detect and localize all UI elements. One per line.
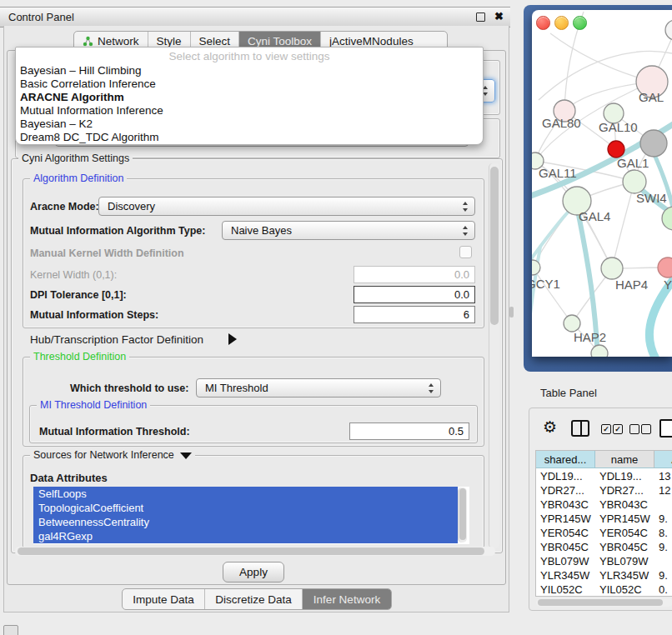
table-cell[interactable]: YIL052C [536, 582, 595, 597]
split-columns-icon[interactable] [571, 420, 589, 437]
collapsed-panel-icon[interactable] [3, 625, 18, 635]
unchecked-box-icon[interactable] [641, 424, 651, 434]
zoom-traffic-light[interactable] [573, 16, 587, 30]
unchecked-box-icon[interactable] [629, 424, 639, 434]
dpi-tolerance-label: DPI Tolerance [0,1]: [30, 289, 127, 301]
dpi-tolerance-field[interactable]: 0.0 [354, 286, 475, 303]
gear-icon[interactable]: ⚙ [543, 419, 557, 435]
table-cell[interactable]: YDL19... [536, 469, 595, 483]
settings-hscrollbar[interactable] [15, 547, 495, 556]
popup-item-aracne[interactable]: ARACNE Algorithm [16, 91, 483, 104]
table-cell[interactable]: YPR145W [536, 512, 595, 526]
column-header-partial[interactable]: A [654, 451, 672, 468]
node-label: GAL10 [599, 120, 638, 134]
checked-box-icon[interactable]: ✓ [613, 424, 623, 434]
table-cell[interactable]: 0. [654, 582, 672, 597]
table-cell[interactable]: YER054C [595, 526, 654, 540]
spinner-icon [463, 226, 469, 236]
node-table[interactable]: shared... name A YDL19... YDL19... 13 YD… [535, 450, 672, 597]
hub-definition-label: Hub/Transcription Factor Definition [30, 333, 203, 346]
node-gray[interactable] [640, 130, 667, 157]
collapse-arrow-icon[interactable] [180, 452, 192, 459]
checked-box-icon[interactable]: ✓ [601, 424, 611, 434]
spinner-icon [429, 383, 434, 393]
node-gal1[interactable] [623, 170, 646, 193]
splitpane-handle[interactable] [509, 307, 514, 318]
manual-kernel-checkbox[interactable] [459, 246, 472, 258]
sources-title: Sources for Network Inference [30, 449, 195, 461]
table-cell[interactable]: YPR145W [595, 512, 654, 526]
close-traffic-light[interactable] [536, 16, 550, 30]
minimize-traffic-light[interactable] [554, 16, 569, 30]
column-header-name[interactable]: name [595, 451, 654, 468]
tab-impute-data[interactable]: Impute Data [123, 589, 205, 609]
node-red[interactable] [608, 141, 624, 158]
table-cell[interactable]: YER054C [536, 526, 595, 540]
node-partial-top[interactable] [665, 20, 672, 40]
table-cell[interactable]: YBR045C [595, 540, 654, 554]
table-cell[interactable] [654, 554, 672, 568]
table-cell[interactable]: YBL079W [595, 554, 654, 568]
node-y-partial[interactable] [658, 258, 672, 278]
table-cell[interactable]: YDL19... [595, 469, 654, 483]
node-partial-bottom[interactable] [591, 345, 608, 357]
table-panel: ⚙ ✓ ✓ shared... name A YDL19... YDL19...… [529, 408, 672, 611]
expand-arrow-icon[interactable] [228, 333, 237, 345]
table-cell[interactable]: YBR045C [536, 540, 595, 554]
tab-discretize-data[interactable]: Discretize Data [205, 589, 303, 609]
which-threshold-combo[interactable]: MI Threshold [196, 378, 441, 398]
tab-infer-network[interactable]: Infer Network [303, 589, 391, 609]
table-cell[interactable]: 9. [654, 540, 672, 554]
table-cell[interactable]: YLR345W [536, 568, 595, 582]
node-hap4[interactable] [601, 258, 623, 279]
node-label: SWI4 [636, 191, 667, 205]
mi-threshold-label: Mutual Information Threshold: [39, 426, 190, 438]
float-window-icon[interactable] [476, 12, 485, 22]
kernel-width-field[interactable]: 0.0 [354, 266, 475, 283]
list-item-betweennesscentrality[interactable]: BetweennessCentrality [33, 515, 458, 529]
mi-type-combo[interactable]: Naive Bayes [222, 221, 475, 240]
network-canvas[interactable]: GAL GAL80 GAL10 GAL1 GAL11 SWI4 GAL4 GCY… [532, 10, 672, 357]
spinner-icon [483, 86, 489, 96]
table-cell[interactable]: YBR043C [536, 498, 595, 512]
table-cell[interactable]: YLR345W [595, 568, 654, 582]
mi-type-label: Mutual Information Algorithm Type: [30, 225, 205, 237]
network-view[interactable]: GAL GAL80 GAL10 GAL1 GAL11 SWI4 GAL4 GCY… [532, 10, 672, 357]
popup-item-bayesian-k2[interactable]: Bayesian – K2 [16, 118, 483, 131]
popup-item-mutual-information[interactable]: Mutual Information Inference [16, 104, 483, 118]
mi-threshold-field[interactable]: 0.5 [349, 422, 469, 440]
popup-item-basic-correlation[interactable]: Basic Correlation Inference [16, 78, 483, 91]
popup-item-bayesian-hill-climbing[interactable]: Bayesian – Hill Climbing [16, 64, 483, 78]
list-item-gal4rgexp[interactable]: gal4RGexp [33, 529, 458, 543]
settings-scrollbar[interactable] [489, 163, 499, 548]
document-icon[interactable] [659, 419, 672, 438]
table-cell[interactable]: YBR043C [595, 498, 654, 512]
close-window-icon[interactable]: ✖ [494, 10, 504, 22]
table-cell[interactable]: YBL079W [536, 554, 595, 568]
table-cell[interactable]: 12 [654, 483, 672, 498]
list-scrollbar[interactable] [458, 488, 467, 542]
table-cell[interactable] [654, 498, 672, 512]
table-cell[interactable]: YIL052C [595, 582, 654, 597]
column-header-shared[interactable]: shared... [536, 451, 595, 468]
table-cell[interactable]: 8. [654, 526, 672, 540]
table-cell[interactable]: 9. [654, 512, 672, 526]
apply-button[interactable]: Apply [223, 562, 284, 582]
list-item-selfloops[interactable]: SelfLoops [33, 487, 458, 501]
mi-steps-field[interactable]: 6 [354, 306, 475, 323]
table-cell[interactable]: YDR27... [536, 483, 595, 498]
mi-steps-label: Mutual Information Steps: [30, 309, 158, 321]
data-attributes-list[interactable]: SelfLoops TopologicalCoefficient Between… [33, 487, 469, 544]
node-hap2[interactable] [564, 315, 580, 332]
tab-network-label: Network [98, 35, 139, 48]
popup-item-dream8[interactable]: Dream8 DC_TDC Algorithm [16, 131, 483, 144]
table-cell[interactable]: 9. [654, 568, 672, 582]
node-label: GAL80 [542, 116, 581, 130]
table-cell[interactable]: YDR27... [595, 483, 654, 498]
list-item-topologicalcoefficient[interactable]: TopologicalCoefficient [33, 501, 458, 515]
aracne-mode-combo[interactable]: Discovery [98, 197, 475, 216]
table-hscrollbar[interactable] [536, 598, 672, 607]
node-label: GAL11 [539, 166, 577, 180]
table-cell[interactable]: 13 [654, 469, 672, 483]
node-label: GAL4 [579, 209, 610, 223]
